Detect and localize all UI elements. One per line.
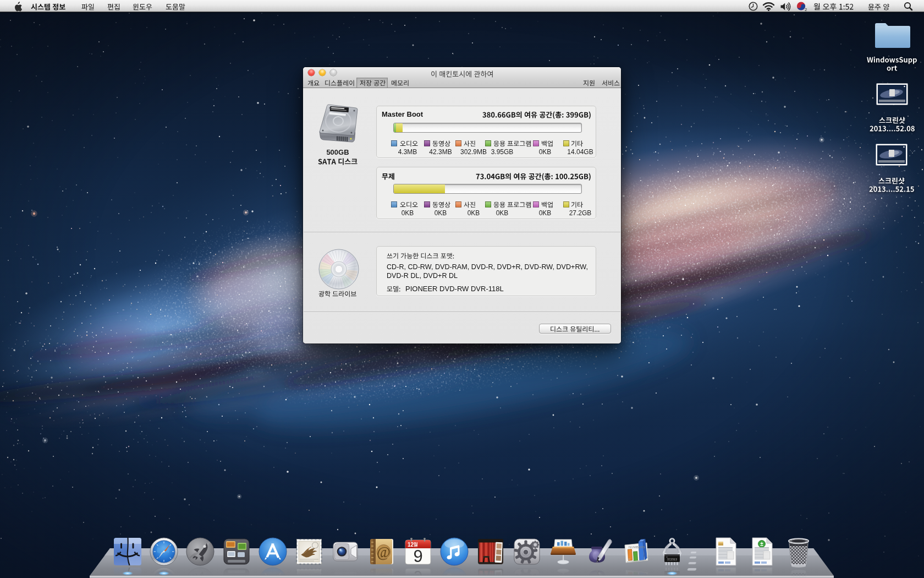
svg-text:IC2313: IC2313: [667, 558, 677, 561]
svg-text:9: 9: [413, 547, 422, 566]
svg-text:@: @: [377, 544, 391, 560]
svg-text:NUMBERS: NUMBERS: [629, 546, 645, 549]
svg-text:9: 9: [413, 567, 422, 576]
svg-text:2: 2: [805, 8, 807, 12]
svg-text:@: @: [377, 573, 391, 576]
